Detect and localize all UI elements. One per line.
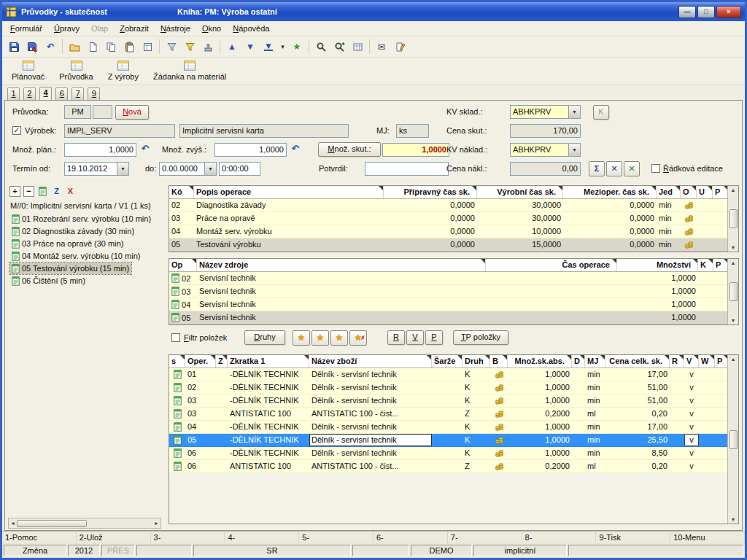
resources-scrollbar[interactable]: ▲▼	[727, 259, 738, 324]
time-field[interactable]: 0:00:00	[219, 162, 260, 176]
scroll-thumb[interactable]	[729, 430, 738, 449]
column-header[interactable]: Název zdroje	[197, 259, 486, 271]
column-header[interactable]: P	[713, 259, 729, 271]
tab-4[interactable]: 4	[39, 87, 52, 100]
termin-do-combo[interactable]: 0.00.0000▼	[159, 162, 217, 176]
resource-row-current[interactable]: 05Servisní technik1,0000	[169, 311, 738, 324]
tab-1[interactable]: 1	[7, 88, 20, 100]
tree-x-button[interactable]: X	[65, 186, 76, 197]
minimize-button[interactable]: —	[678, 6, 696, 18]
filter-active-button[interactable]	[181, 38, 198, 55]
items-scrollbar[interactable]: ▲▼	[727, 355, 738, 524]
column-header[interactable]: Popis operace	[194, 186, 384, 198]
menu-napoveda[interactable]: Nápověda	[227, 22, 275, 36]
filtr-polozek-checkbox[interactable]	[171, 333, 180, 342]
column-header[interactable]: Zkratka 1	[228, 355, 309, 368]
column-header[interactable]: Kó	[169, 186, 194, 198]
tree-item[interactable]: 02 Diagnostika závady (30 min)	[9, 225, 136, 237]
open-button[interactable]	[66, 38, 83, 55]
find-next-button[interactable]	[330, 38, 348, 55]
column-header[interactable]: Op	[169, 259, 197, 271]
tab-6[interactable]: 6	[55, 88, 68, 100]
operation-row[interactable]: 02Diagnostika závady0,000030,00000,0000m…	[169, 199, 738, 212]
item-row[interactable]: 06-DĚLNÍK TECHNIKDělník - servisní techn…	[169, 447, 738, 460]
fkey-9[interactable]: 9-Tisk	[596, 532, 670, 543]
menu-zobrazit[interactable]: Zobrazit	[114, 22, 155, 36]
scroll-up-icon[interactable]: ▲	[731, 357, 736, 362]
save-as-button[interactable]	[23, 38, 41, 55]
new-button[interactable]	[84, 38, 101, 55]
column-header[interactable]: Cena celk. sk.	[605, 355, 670, 368]
fav-clear-button[interactable]: ★✗	[349, 330, 367, 346]
collapse-all-button[interactable]: −	[23, 186, 34, 197]
clear-blue-button[interactable]: ✕	[606, 161, 622, 176]
save-button[interactable]	[5, 38, 23, 55]
column-header[interactable]: U	[697, 186, 713, 198]
menu-nastroje[interactable]: Nástroje	[155, 22, 196, 36]
druhy-button[interactable]: Druhy	[244, 330, 285, 345]
mail-button[interactable]: ✉	[373, 38, 390, 55]
column-header[interactable]: O	[681, 186, 697, 198]
insert-button[interactable]: ★	[288, 38, 306, 55]
potvrdil-field[interactable]	[365, 162, 449, 176]
k-button[interactable]: K	[593, 105, 609, 120]
column-header[interactable]: Množství	[617, 259, 698, 271]
vyrobek-checkbox[interactable]: ✓	[12, 126, 21, 135]
chevron-down-icon[interactable]: ▼	[568, 106, 580, 118]
column-header[interactable]: Oper.	[185, 355, 216, 368]
operation-row-current[interactable]: 05Testování výrobku0,000015,00000,0000mi…	[169, 238, 738, 252]
column-header[interactable]: Množ.sk.abs.	[508, 355, 572, 368]
fkey-2[interactable]: 2-Ulož	[77, 532, 151, 543]
fav-filter-button[interactable]: ★	[293, 330, 310, 346]
vyrobek-code-field[interactable]: IMPL_SERV	[64, 124, 175, 138]
tab-2[interactable]: 2	[23, 88, 36, 100]
expand-all-button[interactable]: +	[9, 186, 20, 197]
scroll-down-icon[interactable]: ▼	[731, 245, 736, 250]
chevron-down-icon[interactable]: ▼	[117, 163, 128, 175]
menu-formular[interactable]: Formulář	[4, 22, 48, 36]
p-button[interactable]: P	[425, 330, 443, 345]
column-header[interactable]: Výrobní čas sk.	[477, 186, 563, 198]
column-header[interactable]: Název zboží	[309, 355, 432, 368]
fkey-6[interactable]: 6-	[374, 532, 448, 543]
clear-green-button[interactable]: ✕	[624, 161, 640, 176]
edit-cell[interactable]: Dělník - servisní technik	[309, 434, 432, 446]
mnoz-skut-button[interactable]: Množ. skut.:	[318, 142, 381, 157]
scroll-down-icon[interactable]: ▼	[731, 517, 736, 522]
column-header[interactable]: D	[572, 355, 585, 368]
column-header[interactable]: Přípravný čas sk.	[384, 186, 477, 198]
menu-okno[interactable]: Okno	[196, 22, 227, 36]
scroll-thumb[interactable]	[17, 520, 87, 527]
copy-button[interactable]	[102, 38, 120, 55]
v-button[interactable]: V	[406, 330, 424, 345]
scroll-up-icon[interactable]: ▲	[731, 187, 736, 192]
tree-root[interactable]: M//0: Implicitní servisní karta / V1 (1 …	[8, 200, 153, 211]
revert-zvys-icon[interactable]: ↶	[289, 143, 302, 156]
pruvodka-number-field[interactable]	[93, 105, 112, 119]
maximize-button[interactable]: □	[697, 6, 715, 18]
radkova-editace-checkbox[interactable]	[651, 164, 660, 173]
scroll-right-icon[interactable]: ►	[154, 521, 159, 526]
fkey-3[interactable]: 3-	[151, 532, 225, 543]
fkey-4[interactable]: 4-	[225, 532, 299, 543]
fav-edit-button[interactable]: ★	[330, 330, 348, 346]
move-down-button[interactable]: ▼	[241, 38, 259, 55]
fkey-8[interactable]: 8-	[522, 532, 597, 543]
operations-scrollbar[interactable]: ▲▼	[727, 186, 738, 252]
tree-z-button[interactable]: Z	[51, 186, 62, 197]
item-row[interactable]: 04-DĚLNÍK TECHNIKDělník - servisní techn…	[169, 421, 738, 434]
column-header[interactable]: s	[169, 355, 185, 368]
column-header[interactable]: Mezioper. čas sk.	[563, 186, 657, 198]
chevron-down-icon[interactable]: ▼	[568, 144, 580, 156]
tree-horizontal-scrollbar[interactable]: ◄►	[8, 518, 161, 529]
menu-upravy[interactable]: Úpravy	[48, 22, 85, 36]
tree-item[interactable]: 01 Rozebrání serv. výrobku (10 min)	[9, 213, 153, 225]
tp-polozky-button[interactable]: TP položky	[453, 330, 508, 345]
kv-sklad-combo[interactable]: ABHKPRV▼	[510, 105, 581, 119]
clipboard-button[interactable]	[139, 38, 156, 55]
z-vyroby-button[interactable]: Z výroby	[101, 58, 145, 83]
fkey-7[interactable]: 7-	[448, 532, 522, 543]
pruvodka-prefix-field[interactable]: PM	[64, 105, 91, 119]
fav-add-button[interactable]: ★	[311, 330, 329, 346]
go-last-button[interactable]: ▼	[260, 38, 277, 55]
